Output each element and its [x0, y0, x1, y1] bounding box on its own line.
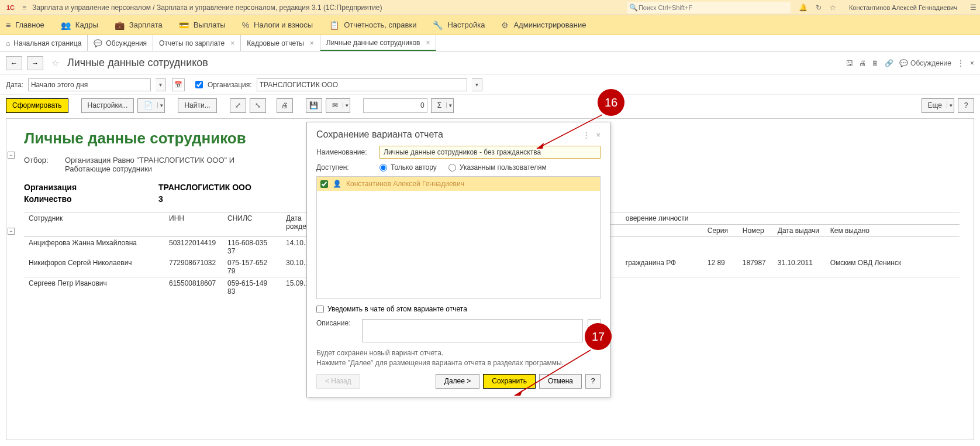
- copy-button[interactable]: 📄▾: [137, 98, 165, 113]
- bell-icon[interactable]: 🔔: [799, 4, 808, 12]
- col-identity: оверение личности: [621, 212, 960, 225]
- org-checkbox[interactable]: [195, 81, 203, 88]
- org-dropdown-button[interactable]: ▾: [472, 78, 482, 91]
- search-icon: 🔍: [629, 4, 638, 12]
- user-list-item[interactable]: 👤 Константинов Алексей Геннадиевич: [317, 177, 600, 191]
- calendar-button[interactable]: 📅: [172, 78, 185, 91]
- filter-bar: Дата: Начало этого дня ▾ 📅 Организация: …: [0, 75, 980, 95]
- col-issued-date: Дата выдачи: [773, 225, 826, 237]
- close-icon[interactable]: ×: [230, 39, 234, 47]
- page-header: ← → ☆ Личные данные сотрудников 🖫 🖨 🗎 🔗 …: [0, 52, 980, 75]
- menu-main-icon: ≡: [6, 20, 11, 30]
- close-icon[interactable]: ×: [426, 39, 430, 47]
- radio-author[interactable]: [379, 164, 387, 171]
- col-snils: СНИЛС: [223, 212, 281, 237]
- link-icon[interactable]: 🔗: [885, 59, 893, 67]
- tab-home[interactable]: ⌂Начальная страница: [0, 35, 88, 51]
- description-input[interactable]: [362, 319, 583, 342]
- menu-reports[interactable]: 📋Отчетность, справки: [329, 20, 416, 30]
- more-button[interactable]: Еще▾: [922, 98, 954, 113]
- chevron-down-icon[interactable]: ▾: [343, 102, 348, 108]
- settings-button[interactable]: Настройки...: [81, 98, 134, 113]
- menu-main[interactable]: ≡Главное: [6, 20, 44, 30]
- chevron-down-icon[interactable]: ▾: [947, 102, 953, 108]
- org-label: Организация:: [208, 81, 252, 89]
- copy-icon: 📄: [144, 101, 153, 109]
- tab-personal-data[interactable]: Личные данные сотрудников×: [320, 35, 437, 51]
- org-input[interactable]: ТРАНСЛОГИСТИК ООО: [257, 78, 467, 91]
- collapse-button[interactable]: ⤡: [250, 98, 266, 113]
- col-series: Серия: [703, 225, 738, 237]
- chat-icon: 💬: [899, 59, 908, 67]
- menu-settings[interactable]: 🔧Настройка: [433, 20, 485, 30]
- svg-line-2: [515, 350, 591, 396]
- tab-discussions[interactable]: 💬Обсуждения: [88, 35, 153, 51]
- menu-payments[interactable]: 💳Выплаты: [179, 20, 226, 30]
- logo-1c-icon: 1C: [4, 2, 18, 13]
- radio-users[interactable]: [448, 164, 456, 171]
- radio-users-label: Указанным пользователям: [460, 163, 547, 171]
- count-meta-label: Количество: [24, 194, 158, 204]
- count-meta-value: 3: [158, 194, 163, 204]
- gear-icon: ⚙: [501, 20, 509, 30]
- sigma-icon: Σ: [437, 101, 441, 109]
- col-employee: Сотрудник: [24, 212, 164, 237]
- menu-admin[interactable]: ⚙Администрирование: [501, 20, 586, 30]
- close-page-icon[interactable]: ×: [970, 59, 974, 67]
- search-input[interactable]: [627, 2, 791, 13]
- chat-icon: 💬: [94, 39, 102, 47]
- expand-button[interactable]: ⤢: [230, 98, 246, 113]
- print-button[interactable]: 🖨: [277, 98, 293, 113]
- user-checkbox[interactable]: [320, 180, 328, 188]
- menu-taxes[interactable]: %Налоги и взносы: [242, 20, 313, 30]
- email-button[interactable]: ✉▾: [326, 98, 350, 113]
- date-label: Дата:: [6, 81, 23, 89]
- export-icon[interactable]: 🗎: [872, 59, 879, 67]
- name-label: Наименование:: [316, 148, 375, 156]
- menu-personnel[interactable]: 👥Кадры: [61, 20, 98, 30]
- svg-line-0: [537, 115, 602, 149]
- back-button[interactable]: ←: [6, 56, 22, 70]
- menu-icon[interactable]: ≡: [22, 4, 26, 12]
- user-list[interactable]: 👤 Константинов Алексей Геннадиевич: [316, 176, 601, 299]
- form-button[interactable]: Сформировать: [6, 98, 68, 113]
- tab-salary-reports[interactable]: Отчеты по зарплате×: [153, 35, 241, 51]
- filter-meta-label: Отбор:: [24, 156, 65, 173]
- date-input[interactable]: Начало этого дня: [28, 78, 151, 91]
- star-icon[interactable]: ☆: [830, 4, 836, 12]
- date-dropdown-button[interactable]: ▾: [156, 78, 166, 91]
- notify-label: Уведомить в чате об этом варианте отчета: [327, 305, 467, 313]
- favorite-icon[interactable]: ☆: [51, 58, 59, 68]
- save-icon[interactable]: 🖫: [846, 59, 853, 67]
- save-button[interactable]: 💾: [306, 98, 322, 113]
- chevron-down-icon[interactable]: ▾: [446, 102, 452, 108]
- filter-text: Организация Равно "ТРАНСЛОГИСТИК ООО" И: [65, 156, 234, 164]
- sigma-button[interactable]: Σ▾: [431, 98, 454, 113]
- home-icon: ⌂: [6, 39, 10, 47]
- mail-icon: ✉: [332, 101, 338, 109]
- print-icon[interactable]: 🖨: [859, 59, 866, 67]
- collapse-icon[interactable]: −: [8, 152, 15, 159]
- radio-author-label: Только автору: [391, 163, 437, 171]
- back-button: < Назад: [316, 374, 360, 389]
- next-button[interactable]: Далее >: [436, 374, 480, 389]
- help-button[interactable]: ?: [958, 98, 974, 113]
- collapse-icon[interactable]: −: [8, 228, 15, 235]
- notify-checkbox[interactable]: [316, 306, 324, 313]
- percent-icon: %: [242, 20, 249, 30]
- history-icon[interactable]: ↻: [816, 4, 822, 12]
- discuss-button[interactable]: 💬Обсуждение: [899, 59, 951, 67]
- tab-personnel-reports[interactable]: Кадровые отчеты×: [241, 35, 320, 51]
- page-title: Личные данные сотрудников: [67, 57, 208, 69]
- more-icon[interactable]: ⋮: [957, 59, 964, 67]
- chevron-down-icon[interactable]: ▾: [157, 102, 163, 108]
- bars-icon[interactable]: ☰: [970, 4, 976, 12]
- find-button[interactable]: Найти...: [178, 98, 216, 113]
- menu-salary[interactable]: 💼Зарплата: [115, 20, 163, 30]
- col-inn: ИНН: [164, 212, 223, 237]
- toolbar: Сформировать Настройки... 📄▾ Найти... ⤢ …: [0, 95, 980, 116]
- user-name[interactable]: Константинов Алексей Геннадиевич: [849, 4, 957, 11]
- spinner-input[interactable]: 0: [363, 98, 427, 113]
- forward-button[interactable]: →: [27, 56, 43, 70]
- close-icon[interactable]: ×: [310, 39, 314, 47]
